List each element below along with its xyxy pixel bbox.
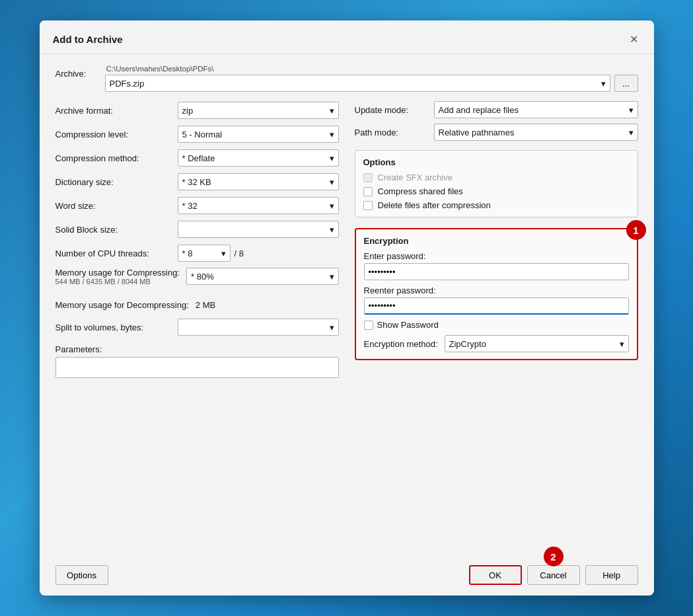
dialog-title: Add to Archive (53, 34, 123, 45)
enter-password-input[interactable] (364, 263, 629, 280)
dictionary-size-value: * 32 KB (182, 177, 211, 187)
archive-format-combo[interactable]: zip ▾ (178, 102, 339, 119)
compression-level-value: 5 - Normal (182, 130, 223, 139)
two-column-layout: Archive format: zip ▾ Compression level:… (55, 101, 638, 551)
option-compress-shared-checkbox[interactable] (363, 187, 373, 196)
archive-format-chevron: ▾ (330, 106, 334, 116)
parameters-input[interactable] (55, 357, 339, 378)
memory-compressing-label: Memory usage for Compressing: (55, 268, 180, 278)
show-password-row: Show Password (364, 320, 629, 330)
title-bar: Add to Archive ✕ (40, 20, 654, 54)
archive-row: Archive: C:\Users\mahes\Desktop\PDFs\ PD… (55, 65, 638, 92)
archive-format-row: Archive format: zip ▾ (55, 101, 339, 120)
memory-compressing-chevron: ▾ (330, 272, 334, 282)
option-sfx-checkbox[interactable] (363, 173, 373, 182)
cpu-threads-of: / 8 (235, 249, 244, 258)
footer-left: Options (55, 565, 464, 585)
cpu-threads-label: Number of CPU threads: (55, 249, 171, 258)
browse-button[interactable]: ... (614, 75, 638, 92)
memory-compressing-value: * 80% (191, 272, 214, 282)
compression-method-label: Compression method: (55, 153, 171, 163)
reenter-password-input[interactable] (364, 297, 629, 315)
path-mode-combo[interactable]: Relative pathnames ▾ (434, 124, 638, 141)
solid-block-size-label: Solid Block size: (55, 225, 171, 235)
memory-decompressing-label: Memory usage for Decompressing: (55, 300, 189, 310)
dialog-footer: Options 2 OK Cancel Help (40, 558, 654, 596)
dictionary-size-row: Dictionary size: * 32 KB ▾ (55, 173, 339, 191)
update-mode-value: Add and replace files (439, 105, 519, 115)
options-button[interactable]: Options (55, 565, 108, 585)
option-delete-files-checkbox[interactable] (363, 201, 373, 210)
word-size-value: * 32 (182, 201, 198, 211)
solid-block-size-row: Solid Block size: ▾ (55, 220, 339, 239)
parameters-section: Parameters: (55, 344, 339, 378)
compression-level-chevron: ▾ (330, 130, 334, 139)
encryption-box: 1 Encryption Enter password: Reenter pas… (355, 228, 638, 360)
compression-level-label: Compression level: (55, 130, 171, 139)
split-volumes-row: Split to volumes, bytes: ▾ (55, 318, 339, 336)
dialog-body: Archive: C:\Users\mahes\Desktop\PDFs\ PD… (40, 54, 654, 558)
path-mode-value: Relative pathnames (439, 128, 515, 137)
cpu-threads-group: * 8 ▾ / 8 (178, 245, 244, 262)
option-sfx-label: Create SFX archive (378, 173, 453, 182)
encryption-method-combo[interactable]: ZipCrypto ▾ (445, 335, 629, 352)
parameters-label: Parameters: (55, 344, 339, 354)
split-volumes-chevron: ▾ (330, 323, 334, 332)
word-size-chevron: ▾ (330, 201, 334, 211)
reenter-password-label: Reenter password: (364, 286, 629, 295)
ok-button[interactable]: OK (469, 565, 522, 585)
update-mode-chevron: ▾ (629, 105, 634, 115)
path-mode-label: Path mode: (355, 128, 427, 137)
compression-level-combo[interactable]: 5 - Normal ▾ (178, 126, 339, 143)
compression-method-value: * Deflate (182, 153, 215, 163)
archive-path-row: PDFs.zip ▾ ... (105, 75, 638, 92)
cpu-threads-value: * 8 (182, 249, 193, 258)
memory-compressing-combo[interactable]: * 80% ▾ (186, 268, 338, 285)
word-size-label: Word size: (55, 201, 171, 211)
archive-path-col: C:\Users\mahes\Desktop\PDFs\ PDFs.zip ▾ … (105, 65, 638, 92)
update-mode-combo[interactable]: Add and replace files ▾ (434, 101, 638, 118)
split-volumes-combo[interactable]: ▾ (178, 319, 339, 336)
archive-path-small: C:\Users\mahes\Desktop\PDFs\ (106, 65, 638, 73)
option-delete-files-row: Delete files after compression (363, 200, 630, 210)
word-size-row: Word size: * 32 ▾ (55, 196, 339, 215)
cpu-threads-combo[interactable]: * 8 ▾ (178, 245, 231, 262)
path-mode-chevron: ▾ (629, 128, 634, 137)
compression-method-combo[interactable]: * Deflate ▾ (178, 149, 339, 167)
cancel-button[interactable]: Cancel (527, 565, 580, 585)
memory-decompressing-value: 2 MB (196, 300, 215, 310)
add-to-archive-dialog: Add to Archive ✕ Archive: C:\Users\mahes… (40, 20, 654, 596)
split-volumes-label: Split to volumes, bytes: (55, 323, 171, 332)
dictionary-size-label: Dictionary size: (55, 177, 171, 187)
cpu-threads-row: Number of CPU threads: * 8 ▾ / 8 (55, 244, 339, 262)
archive-filename-combo[interactable]: PDFs.zip ▾ (105, 75, 610, 92)
encryption-method-label: Encryption method: (364, 339, 438, 349)
memory-decompressing-row: Memory usage for Decompressing: 2 MB (55, 297, 339, 313)
badge-2: 2 (544, 547, 564, 566)
option-delete-files-label: Delete files after compression (378, 200, 491, 210)
word-size-combo[interactable]: * 32 ▾ (178, 197, 339, 214)
encryption-method-value: ZipCrypto (449, 339, 486, 349)
solid-block-size-combo[interactable]: ▾ (178, 221, 339, 238)
update-mode-row: Update mode: Add and replace files ▾ (355, 101, 638, 118)
compression-method-chevron: ▾ (330, 153, 334, 163)
encryption-title: Encryption (364, 236, 629, 246)
left-column: Archive format: zip ▾ Compression level:… (55, 101, 339, 551)
encryption-method-row: Encryption method: ZipCrypto ▾ (364, 335, 629, 352)
compression-level-row: Compression level: 5 - Normal ▾ (55, 125, 339, 143)
path-mode-row: Path mode: Relative pathnames ▾ (355, 124, 638, 141)
dictionary-size-combo[interactable]: * 32 KB ▾ (178, 173, 339, 190)
show-password-checkbox[interactable] (364, 321, 373, 330)
help-button[interactable]: Help (585, 565, 638, 585)
show-password-label: Show Password (377, 320, 439, 330)
compression-method-row: Compression method: * Deflate ▾ (55, 149, 339, 167)
option-sfx-row: Create SFX archive (363, 173, 630, 182)
options-box-title: Options (363, 157, 630, 167)
archive-format-value: zip (182, 106, 194, 116)
archive-filename-chevron: ▾ (601, 79, 606, 89)
options-box: Options Create SFX archive Compress shar… (355, 150, 638, 217)
memory-compressing-label-col: Memory usage for Compressing: 544 MB / 6… (55, 268, 180, 286)
cpu-threads-chevron: ▾ (221, 249, 226, 258)
close-button[interactable]: ✕ (625, 30, 643, 48)
memory-compressing-row: Memory usage for Compressing: 544 MB / 6… (55, 268, 339, 291)
